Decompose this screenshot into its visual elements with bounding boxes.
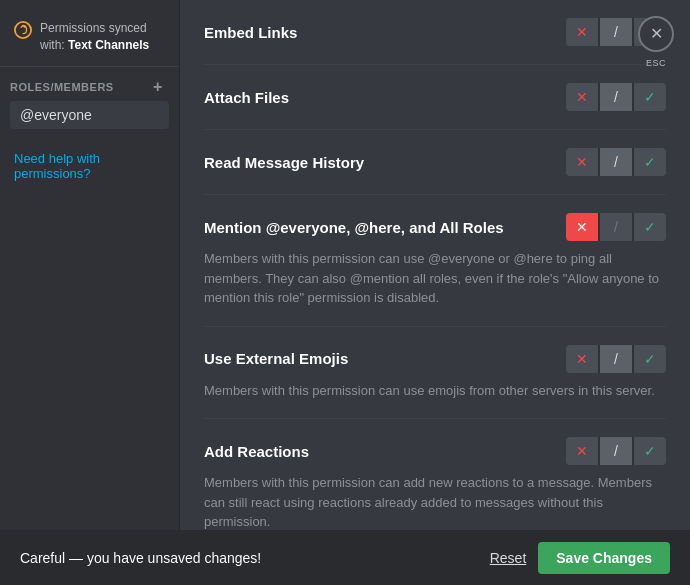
sync-icon [14, 21, 32, 39]
reset-button[interactable]: Reset [490, 550, 527, 566]
roles-section: ROLES/MEMBERS + @everyone [0, 67, 179, 135]
toggle-group-add-reactions: ✕/✓ [566, 437, 666, 465]
permission-header-embed-links: Embed Links✕/✓ [204, 18, 666, 46]
permission-row-external-emojis: Use External Emojis✕/✓Members with this … [204, 327, 666, 420]
toggle-group-external-emojis: ✕/✓ [566, 345, 666, 373]
permission-header-attach-files: Attach Files✕/✓ [204, 83, 666, 111]
allow-btn-add-reactions[interactable]: ✓ [634, 437, 666, 465]
close-label: ESC [646, 58, 666, 68]
permission-desc-add-reactions: Members with this permission can add new… [204, 473, 666, 532]
roles-label: ROLES/MEMBERS + [10, 79, 169, 95]
role-item-everyone[interactable]: @everyone [10, 101, 169, 129]
toggle-group-read-message-history: ✕/✓ [566, 148, 666, 176]
bottom-bar: Careful — you have unsaved changes! Rese… [0, 530, 690, 585]
permission-header-mention-everyone: Mention @everyone, @here, and All Roles✕… [204, 213, 666, 241]
deny-btn-external-emojis[interactable]: ✕ [566, 345, 598, 373]
svg-point-0 [15, 22, 31, 38]
deny-btn-add-reactions[interactable]: ✕ [566, 437, 598, 465]
permission-name-read-message-history: Read Message History [204, 154, 364, 171]
help-link[interactable]: Need help with permissions? [0, 135, 179, 197]
neutral-btn-read-message-history[interactable]: / [600, 148, 632, 176]
toggle-group-mention-everyone: ✕/✓ [566, 213, 666, 241]
permission-row-read-message-history: Read Message History✕/✓ [204, 130, 666, 195]
neutral-btn-attach-files[interactable]: / [600, 83, 632, 111]
sidebar-header: Permissions synced with: Text Channels [0, 10, 179, 67]
allow-btn-read-message-history[interactable]: ✓ [634, 148, 666, 176]
neutral-btn-external-emojis[interactable]: / [600, 345, 632, 373]
sync-channel: Text Channels [68, 38, 149, 52]
allow-btn-attach-files[interactable]: ✓ [634, 83, 666, 111]
permission-name-add-reactions: Add Reactions [204, 443, 309, 460]
neutral-btn-add-reactions[interactable]: / [600, 437, 632, 465]
allow-btn-external-emojis[interactable]: ✓ [634, 345, 666, 373]
close-button[interactable]: ✕ ESC [638, 16, 674, 52]
deny-btn-mention-everyone[interactable]: ✕ [566, 213, 598, 241]
permission-row-attach-files: Attach Files✕/✓ [204, 65, 666, 130]
add-role-button[interactable]: + [153, 79, 169, 95]
permission-desc-mention-everyone: Members with this permission can use @ev… [204, 249, 666, 308]
bottom-actions: Reset Save Changes [490, 542, 670, 574]
neutral-btn-mention-everyone[interactable]: / [600, 213, 632, 241]
sidebar: Permissions synced with: Text Channels R… [0, 0, 180, 545]
neutral-btn-embed-links[interactable]: / [600, 18, 632, 46]
allow-btn-mention-everyone[interactable]: ✓ [634, 213, 666, 241]
permission-header-add-reactions: Add Reactions✕/✓ [204, 437, 666, 465]
toggle-group-attach-files: ✕/✓ [566, 83, 666, 111]
deny-btn-read-message-history[interactable]: ✕ [566, 148, 598, 176]
permission-header-external-emojis: Use External Emojis✕/✓ [204, 345, 666, 373]
main-content: Embed Links✕/✓Attach Files✕/✓Read Messag… [180, 0, 690, 545]
sync-text: Permissions synced with: Text Channels [40, 20, 149, 54]
permission-desc-external-emojis: Members with this permission can use emo… [204, 381, 666, 401]
sync-line2: with: Text Channels [40, 37, 149, 54]
permission-name-mention-everyone: Mention @everyone, @here, and All Roles [204, 219, 504, 236]
permission-name-external-emojis: Use External Emojis [204, 350, 348, 367]
save-button[interactable]: Save Changes [538, 542, 670, 574]
unsaved-warning: Careful — you have unsaved changes! [20, 550, 261, 566]
permission-name-embed-links: Embed Links [204, 24, 297, 41]
sync-badge: Permissions synced with: Text Channels [14, 20, 165, 54]
permission-name-attach-files: Attach Files [204, 89, 289, 106]
permission-row-mention-everyone: Mention @everyone, @here, and All Roles✕… [204, 195, 666, 327]
permission-row-add-reactions: Add Reactions✕/✓Members with this permis… [204, 419, 666, 545]
deny-btn-embed-links[interactable]: ✕ [566, 18, 598, 46]
permission-row-embed-links: Embed Links✕/✓ [204, 0, 666, 65]
deny-btn-attach-files[interactable]: ✕ [566, 83, 598, 111]
permission-header-read-message-history: Read Message History✕/✓ [204, 148, 666, 176]
sync-line1: Permissions synced [40, 20, 149, 37]
close-icon: ✕ [650, 26, 663, 42]
